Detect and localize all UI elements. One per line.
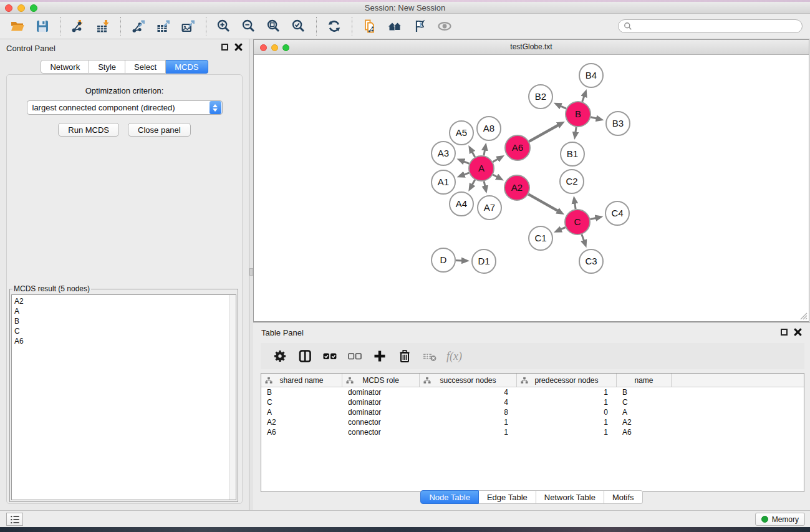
memory-button[interactable]: Memory [755, 513, 805, 526]
graph-edge-A-A7[interactable] [484, 181, 485, 186]
add-plus-icon[interactable] [369, 346, 390, 367]
table-row[interactable]: Adominator80A [261, 407, 804, 417]
graph-edge-A6-B[interactable] [529, 125, 558, 142]
graph-node-C3[interactable]: C3 [579, 249, 603, 273]
graph-node-B3[interactable]: B3 [606, 112, 630, 135]
column-header-shared-name[interactable]: shared name [261, 374, 342, 387]
graph-node-A8[interactable]: A8 [477, 117, 501, 140]
mcds-result-item[interactable]: A [14, 306, 233, 316]
export-image-icon[interactable] [178, 16, 199, 36]
graph-edge-B-B3[interactable] [591, 117, 597, 118]
search-field[interactable] [618, 19, 803, 33]
mcds-result-list[interactable]: A2ABCA6 [11, 294, 236, 500]
graph-node-A5[interactable]: A5 [450, 121, 473, 145]
float-panel-icon[interactable] [221, 44, 228, 51]
result-list-scrollbar[interactable] [229, 295, 236, 500]
graph-node-A4[interactable]: A4 [450, 192, 473, 216]
zoom-selected-icon[interactable] [288, 16, 309, 36]
home-view-icon[interactable] [384, 16, 405, 36]
table-row[interactable]: A2connector11A2 [261, 417, 804, 427]
open-folder-icon[interactable] [7, 16, 28, 36]
graph-edge-A-A2[interactable] [493, 175, 497, 177]
graph-node-C2[interactable]: C2 [560, 170, 584, 193]
graph-node-C[interactable]: C [565, 210, 590, 235]
task-history-button[interactable] [6, 513, 23, 526]
select-all-checks-icon[interactable] [319, 346, 340, 367]
network-window-titlebar[interactable]: testGlobe.txt [254, 40, 809, 55]
tab-edge-table[interactable]: Edge Table [479, 490, 536, 504]
import-table-icon[interactable] [92, 16, 113, 36]
float-table-panel-icon[interactable] [781, 329, 788, 336]
table-row[interactable]: A6connector11A6 [261, 427, 804, 437]
graph-node-C4[interactable]: C4 [605, 201, 629, 225]
mcds-result-item[interactable]: B [14, 316, 233, 326]
network-canvas[interactable]: B4B2BB3A8A5A6A3B1AA1C2A2A4A7C4CC1C3DD1 [254, 55, 809, 321]
graph-node-D[interactable]: D [432, 248, 455, 272]
function-builder-button[interactable]: f(x) [446, 350, 462, 363]
graph-edge-C-C3[interactable] [582, 235, 584, 241]
zoom-in-icon[interactable] [213, 16, 234, 36]
zoom-fit-icon[interactable] [263, 16, 284, 36]
graph-edge-A-A5[interactable] [472, 152, 475, 157]
export-table-icon[interactable] [153, 16, 174, 36]
refresh-icon[interactable] [324, 16, 345, 36]
table-row[interactable]: Cdominator41C [261, 397, 804, 407]
save-icon[interactable] [32, 16, 53, 36]
close-table-panel-icon[interactable] [794, 328, 802, 336]
graph-edge-A-A3[interactable] [464, 162, 470, 164]
tab-style[interactable]: Style [89, 60, 125, 74]
graph-edge-A-A6[interactable] [493, 159, 498, 162]
graph-node-C1[interactable]: C1 [529, 226, 552, 250]
import-network-icon[interactable] [67, 16, 89, 36]
search-input[interactable] [632, 22, 797, 31]
graph-edge-A2-C[interactable] [528, 194, 557, 211]
graph-node-B2[interactable]: B2 [529, 85, 552, 109]
graph-edge-B-B2[interactable] [561, 106, 566, 109]
graph-edge-C-C2[interactable] [575, 203, 576, 210]
graph-node-A[interactable]: A [469, 156, 494, 181]
zoom-out-icon[interactable] [238, 16, 259, 36]
birds-eye-view-icon[interactable] [434, 16, 455, 36]
network-snapshot-icon[interactable] [359, 16, 380, 36]
optimization-criterion-select[interactable]: largest connected component (directed) [27, 100, 223, 115]
mcds-result-item[interactable]: A6 [14, 336, 233, 346]
tab-network-table[interactable]: Network Table [536, 490, 604, 504]
graph-node-A1[interactable]: A1 [432, 170, 455, 194]
table-row[interactable]: Bdominator41B [261, 387, 804, 397]
graph-edge-C-C1[interactable] [561, 228, 566, 230]
graph-node-A7[interactable]: A7 [478, 196, 501, 220]
tab-node-table[interactable]: Node Table [420, 490, 479, 504]
mcds-result-item[interactable]: C [14, 326, 233, 336]
graph-node-A2[interactable]: A2 [504, 175, 529, 200]
column-header-predecessor-nodes[interactable]: predecessor nodes [517, 374, 617, 387]
unselect-all-checks-icon[interactable] [344, 346, 365, 367]
close-panel-button[interactable]: Close panel [128, 123, 191, 137]
column-header-name[interactable]: name [617, 374, 672, 387]
graph-edge-A-A1[interactable] [464, 173, 469, 175]
graph-node-A6[interactable]: A6 [505, 135, 530, 160]
delete-trash-icon[interactable] [394, 346, 415, 367]
tab-network[interactable]: Network [41, 60, 89, 74]
toggle-graphics-details-icon[interactable] [409, 16, 430, 36]
tab-select[interactable]: Select [125, 60, 166, 74]
graph-edge-B-B4[interactable] [582, 96, 584, 102]
graph-edge-A-A4[interactable] [472, 180, 475, 185]
export-network-icon[interactable] [128, 16, 149, 36]
tab-mcds[interactable]: MCDS [166, 60, 208, 74]
graph-node-B1[interactable]: B1 [561, 142, 584, 166]
graph-edge-A-A8[interactable] [484, 150, 485, 155]
graph-node-A3[interactable]: A3 [432, 142, 455, 165]
graph-edge-C-C4[interactable] [591, 218, 596, 220]
graph-node-D1[interactable]: D1 [472, 249, 496, 273]
split-columns-icon[interactable] [294, 346, 316, 367]
settings-gear-icon[interactable] [269, 346, 291, 367]
graph-node-B4[interactable]: B4 [579, 64, 603, 87]
mcds-result-item[interactable]: A2 [14, 296, 233, 306]
graph-edge-B-B1[interactable] [576, 127, 576, 133]
delete-column-icon[interactable] [419, 346, 440, 367]
column-header-successor-nodes[interactable]: successor nodes [420, 374, 517, 387]
run-mcds-button[interactable]: Run MCDS [58, 123, 119, 137]
column-header-MCDS-role[interactable]: MCDS role [342, 374, 420, 387]
close-panel-icon[interactable] [234, 43, 243, 51]
resize-grip-icon[interactable] [799, 312, 808, 320]
